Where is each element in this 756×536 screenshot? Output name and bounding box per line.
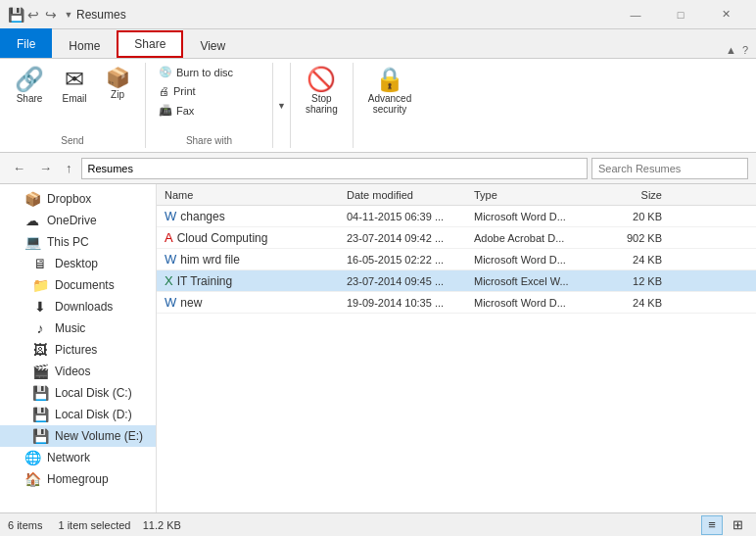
- file-date-cloud: 23-07-2014 09:42 ...: [347, 232, 474, 244]
- details-view-button[interactable]: ≡: [701, 515, 723, 535]
- file-name-changes: W changes: [161, 209, 347, 223]
- share-button[interactable]: 🔗 Share: [8, 63, 51, 109]
- file-name-it: X IT Training: [161, 273, 347, 288]
- status-bar: 6 items 1 item selected 11.2 KB ≡ ⊞: [0, 512, 756, 536]
- main-area: 📦 Dropbox ☁ OneDrive 💻 This PC 🖥 Desktop…: [0, 184, 756, 512]
- file-list: Name Date modified Type Size W changes 0…: [157, 184, 756, 512]
- col-type[interactable]: Type: [474, 189, 601, 201]
- email-icon: ✉: [65, 68, 84, 91]
- file-size-him: 24 KB: [601, 254, 670, 266]
- sidebar-item-local-disk-c[interactable]: 💾 Local Disk (C:): [0, 382, 156, 404]
- file-type-it: Microsoft Excel W...: [474, 275, 601, 287]
- collapse-ribbon-btn[interactable]: ▲: [726, 44, 736, 56]
- table-row[interactable]: W him wrd file 16-05-2015 02:22 ... Micr…: [157, 249, 756, 270]
- sidebar-item-downloads[interactable]: ⬇ Downloads: [0, 296, 156, 317]
- file-size-it: 12 KB: [601, 275, 670, 287]
- ribbon-group-stop-sharing: 🚫 Stopsharing -: [291, 63, 354, 148]
- sidebar-item-desktop[interactable]: 🖥 Desktop: [0, 253, 156, 274]
- sidebar-item-videos[interactable]: 🎬 Videos: [0, 361, 156, 382]
- lock-icon: 🔒: [375, 68, 404, 91]
- table-row[interactable]: W new 19-09-2014 10:35 ... Microsoft Wor…: [157, 292, 756, 314]
- col-size[interactable]: Size: [601, 189, 670, 201]
- sidebar-item-pictures[interactable]: 🖼 Pictures: [0, 339, 156, 361]
- file-type-new: Microsoft Word D...: [474, 297, 601, 309]
- search-input[interactable]: [591, 158, 748, 179]
- sidebar-item-network[interactable]: 🌐 Network: [0, 447, 156, 468]
- stop-sharing-icon: 🚫: [307, 68, 336, 91]
- ribbon-group-send: 🔗 Share ✉ Email 📦 Zip Send: [0, 63, 146, 148]
- zip-button[interactable]: 📦 Zip: [98, 63, 137, 105]
- print-icon: 🖨: [159, 85, 169, 97]
- ribbon-tabs: File Home Share View ▲ ?: [0, 29, 756, 59]
- address-bar: ← → ↑: [0, 153, 756, 184]
- sidebar-item-music[interactable]: ♪ Music: [0, 317, 156, 339]
- sidebar-item-this-pc[interactable]: 💻 This PC: [0, 231, 156, 253]
- sidebar-item-dropbox[interactable]: 📦 Dropbox: [0, 188, 156, 210]
- file-date-new: 19-09-2014 10:35 ...: [347, 297, 474, 309]
- ribbon-group-share-with-items: 💿 Burn to disc 🖨 Print 📠 Fax: [154, 63, 264, 133]
- dropdown-icon[interactable]: ▼: [61, 7, 76, 23]
- sidebar-item-documents[interactable]: 📁 Documents: [0, 274, 156, 296]
- quick-access-toolbar: 💾 ↩ ↪ ▼: [8, 7, 76, 23]
- burn-icon: 💿: [159, 66, 172, 78]
- ribbon-group-share-with: 💿 Burn to disc 🖨 Print 📠 Fax Share with: [146, 63, 273, 148]
- large-icon-view-button[interactable]: ⊞: [727, 515, 748, 535]
- table-row[interactable]: W changes 04-11-2015 06:39 ... Microsoft…: [157, 206, 756, 227]
- ribbon-group-advanced-security: 🔒 Advancedsecurity -: [354, 63, 426, 148]
- table-row[interactable]: X IT Training 23-07-2014 09:45 ... Micro…: [157, 270, 756, 292]
- address-input[interactable]: [81, 158, 589, 179]
- ribbon-group-stop-sharing-items: 🚫 Stopsharing: [299, 63, 345, 133]
- file-name-him: W him wrd file: [161, 252, 347, 267]
- close-button[interactable]: ✕: [703, 0, 748, 29]
- tab-view[interactable]: View: [183, 32, 242, 58]
- file-name-cloud: A Cloud Computing: [161, 230, 347, 245]
- forward-button[interactable]: →: [34, 158, 57, 178]
- file-type-him: Microsoft Word D...: [474, 254, 601, 266]
- stop-sharing-button[interactable]: 🚫 Stopsharing: [299, 63, 345, 120]
- view-controls: ≡ ⊞: [701, 515, 748, 535]
- sidebar: 📦 Dropbox ☁ OneDrive 💻 This PC 🖥 Desktop…: [0, 184, 157, 512]
- tab-share[interactable]: Share: [117, 30, 183, 58]
- ribbon-group-send-label: Send: [8, 133, 137, 148]
- sidebar-item-onedrive[interactable]: ☁ OneDrive: [0, 210, 156, 231]
- downloads-icon: ⬇: [31, 299, 49, 315]
- minimize-button[interactable]: —: [613, 0, 658, 29]
- sidebar-item-new-volume-e[interactable]: 💾 New Volume (E:): [0, 425, 156, 447]
- redo-icon[interactable]: ↪: [43, 7, 59, 23]
- share-with-chevron: ▼: [277, 101, 286, 111]
- save-icon[interactable]: 💾: [8, 7, 24, 23]
- col-name[interactable]: Name: [161, 189, 347, 201]
- fax-icon: 📠: [159, 104, 172, 117]
- help-btn[interactable]: ?: [742, 44, 748, 56]
- up-button[interactable]: ↑: [61, 158, 77, 178]
- ribbon-group-adv-sec-items: 🔒 Advancedsecurity: [361, 63, 418, 133]
- ribbon-content: 🔗 Share ✉ Email 📦 Zip Send 💿 Burn to: [0, 59, 756, 152]
- excel-icon: X: [165, 273, 173, 288]
- col-date[interactable]: Date modified: [347, 189, 474, 201]
- this-pc-icon: 💻: [24, 234, 41, 250]
- fax-button[interactable]: 📠 Fax: [154, 101, 199, 120]
- music-icon: ♪: [31, 320, 49, 336]
- burn-to-disc-button[interactable]: 💿 Burn to disc: [154, 63, 238, 81]
- window-controls: — □ ✕: [613, 0, 748, 29]
- title-bar: 💾 ↩ ↪ ▼ Resumes — □ ✕: [0, 0, 756, 29]
- videos-icon: 🎬: [31, 364, 49, 379]
- file-name-new: W new: [161, 295, 347, 310]
- print-button[interactable]: 🖨 Print: [154, 82, 201, 100]
- maximize-button[interactable]: □: [658, 0, 703, 29]
- network-icon: 🌐: [24, 450, 41, 465]
- local-disk-c-icon: 💾: [31, 385, 49, 401]
- file-type-changes: Microsoft Word D...: [474, 211, 601, 222]
- sidebar-item-homegroup[interactable]: 🏠 Homegroup: [0, 468, 156, 490]
- tab-file[interactable]: File: [0, 28, 52, 58]
- share-with-dropdown[interactable]: ▼: [273, 63, 291, 148]
- email-button[interactable]: ✉ Email: [55, 63, 94, 109]
- file-date-him: 16-05-2015 02:22 ...: [347, 254, 474, 266]
- tab-home[interactable]: Home: [52, 32, 117, 58]
- word-icon: W: [165, 295, 176, 310]
- advanced-security-button[interactable]: 🔒 Advancedsecurity: [361, 63, 418, 120]
- table-row[interactable]: A Cloud Computing 23-07-2014 09:42 ... A…: [157, 227, 756, 249]
- undo-icon[interactable]: ↩: [25, 7, 41, 23]
- sidebar-item-local-disk-d[interactable]: 💾 Local Disk (D:): [0, 404, 156, 425]
- back-button[interactable]: ←: [8, 158, 30, 178]
